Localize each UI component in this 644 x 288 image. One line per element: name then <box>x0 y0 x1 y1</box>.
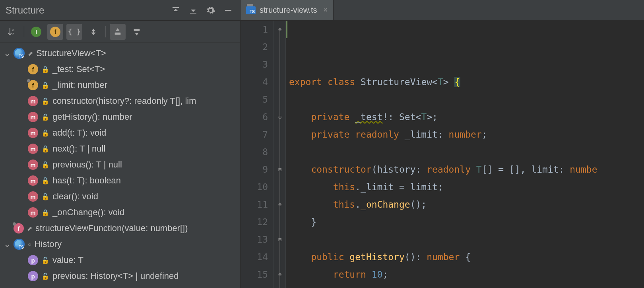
sort-alpha-button[interactable]: az <box>4 24 20 40</box>
code-line[interactable]: private readonly _limit: number; <box>289 126 644 143</box>
show-interfaces-toggle[interactable]: I <box>28 24 44 40</box>
method-icon: m <box>28 175 38 186</box>
fold-toggle-icon[interactable]: ⊖ <box>276 113 283 121</box>
code-line[interactable] <box>289 91 644 108</box>
tree-row[interactable]: m🔓next(): T | null <box>0 141 240 157</box>
tree-row[interactable]: f🔒_limit: number <box>0 77 240 93</box>
method-icon: m <box>28 160 38 170</box>
chevron-down-icon[interactable]: ⌄ <box>3 48 11 58</box>
toolbar-separator <box>24 26 24 37</box>
code-line[interactable]: public getHistory(): number { <box>289 248 644 266</box>
line-number[interactable]: 14 <box>241 248 268 266</box>
line-number[interactable]: 15 <box>241 266 268 283</box>
code-line[interactable] <box>289 143 644 161</box>
ts-class-icon: TS <box>14 48 25 59</box>
tree-row[interactable]: ⌄TS⬈StructureView<T> <box>0 45 240 61</box>
tree-row[interactable]: m🔓has(t: T): boolean <box>0 173 240 189</box>
tree-row[interactable]: m🔓add(t: T): void <box>0 125 240 141</box>
private-lock-icon: 🔒 <box>41 66 49 73</box>
field-icon: f <box>28 64 38 74</box>
line-number[interactable]: 3 <box>241 56 268 73</box>
public-unlock-icon: 🔓 <box>41 161 49 169</box>
fold-toggle-icon[interactable]: ⊖ <box>276 271 283 278</box>
tree-item-label: _limit: number <box>52 80 107 90</box>
line-number[interactable]: 11 <box>241 196 268 213</box>
code-line[interactable]: this._onChange(); <box>289 196 644 213</box>
function-icon: f <box>14 223 24 234</box>
line-number[interactable]: 5 <box>241 91 268 108</box>
fold-toggle-icon[interactable]: ⊖ <box>276 26 283 33</box>
fold-gutter[interactable]: ⊖⊖⊟⊖⊟⊖ <box>274 21 286 288</box>
fold-toggle-icon[interactable]: ⊟ <box>276 236 283 243</box>
code-line[interactable] <box>289 231 644 248</box>
show-fields-toggle[interactable]: f <box>47 24 63 40</box>
tree-row[interactable]: p🔓previous: History<T> | undefined <box>0 268 240 284</box>
public-unlock-icon: 🔓 <box>41 129 49 137</box>
code-text[interactable]: export class StructureView<T> { private … <box>286 21 644 288</box>
line-number[interactable]: 10 <box>241 178 268 196</box>
line-number[interactable]: 2 <box>241 38 268 56</box>
panel-title: Structure <box>6 5 168 16</box>
structure-panel: Structure az I f { } <box>0 0 241 288</box>
code-line[interactable]: return 10; <box>289 266 644 283</box>
svg-rect-3 <box>115 32 121 35</box>
vcs-margin <box>286 21 287 38</box>
code-line[interactable]: export class StructureView<T> { <box>289 73 644 91</box>
line-number[interactable]: 13 <box>241 231 268 248</box>
tree-item-label: History <box>34 239 61 249</box>
chevron-spacer <box>3 223 11 234</box>
tree-item-label: next(): T | null <box>52 144 105 154</box>
fold-toggle-icon[interactable]: ⊖ <box>276 201 283 208</box>
code-line[interactable]: this._limit = limit; <box>289 178 644 196</box>
tree-item-label: getHistory(): number <box>52 112 132 122</box>
line-number[interactable]: 4 <box>241 73 268 91</box>
autoscroll-from-source-toggle[interactable] <box>129 24 145 40</box>
tab-filename: structure-view.ts <box>260 6 317 15</box>
tree-row[interactable]: m🔓getHistory(): number <box>0 109 240 125</box>
editor-tab[interactable]: TS structure-view.ts × <box>241 0 334 20</box>
fold-guide-line <box>279 29 280 288</box>
tree-row[interactable]: m🔓clear(): void <box>0 189 240 204</box>
minimize-icon[interactable] <box>220 2 236 18</box>
code-editor: TS structure-view.ts × 12345678910111213… <box>241 0 644 288</box>
line-number[interactable]: 8 <box>241 143 268 161</box>
tree-row[interactable]: f⬈structureViewFunction(value: number[]) <box>0 220 240 236</box>
method-icon: m <box>28 128 38 138</box>
settings-gear-icon[interactable] <box>203 2 219 18</box>
tree-row[interactable]: m🔓constructor(history?: readonly T[], li… <box>0 93 240 109</box>
method-icon: m <box>28 191 38 202</box>
code-line[interactable]: } <box>289 213 644 231</box>
svg-text:a: a <box>12 28 14 32</box>
public-unlock-icon: 🔓 <box>41 177 49 185</box>
tree-row[interactable]: m🔒_onChange(): void <box>0 204 240 220</box>
structure-tree[interactable]: ⌄TS⬈StructureView<T>f🔒_test: Set<T>f🔒_li… <box>0 43 240 288</box>
line-number-gutter[interactable]: 123456789101112131415 <box>241 21 274 288</box>
line-number[interactable]: 6 <box>241 108 268 126</box>
tree-item-label: clear(): void <box>52 191 98 202</box>
inherited-members-toggle[interactable] <box>85 24 101 40</box>
code-line[interactable]: private _test!: Set<T>; <box>289 108 644 126</box>
line-number[interactable]: 7 <box>241 126 268 143</box>
expand-all-icon[interactable] <box>168 2 184 18</box>
autoscroll-to-source-toggle[interactable] <box>110 24 126 40</box>
code-line[interactable]: constructor(history: readonly T[] = [], … <box>289 161 644 178</box>
line-number[interactable]: 12 <box>241 213 268 231</box>
code-line[interactable]: } <box>289 283 644 288</box>
collapse-all-icon[interactable] <box>185 2 201 18</box>
property-icon: p <box>28 255 38 265</box>
panel-header-actions <box>168 2 236 18</box>
chevron-down-icon[interactable]: ⌄ <box>3 239 11 249</box>
line-number[interactable]: 1 <box>241 21 268 38</box>
tree-row[interactable]: f🔒_test: Set<T> <box>0 61 240 77</box>
show-anonymous-toggle[interactable]: { } <box>66 24 82 40</box>
close-tab-icon[interactable]: × <box>323 6 328 14</box>
line-number[interactable]: 9 <box>241 161 268 178</box>
private-lock-icon: 🔒 <box>41 209 49 216</box>
tree-row[interactable]: p🔓value: T <box>0 252 240 268</box>
tree-item-label: _test: Set<T> <box>52 64 105 74</box>
tree-item-label: constructor(history?: readonly T[], lim <box>52 96 196 106</box>
tree-row[interactable]: ⌄TS○History <box>0 236 240 252</box>
fold-toggle-icon[interactable]: ⊟ <box>276 166 283 173</box>
tree-item-label: add(t: T): void <box>52 128 106 138</box>
tree-row[interactable]: m🔓previous(): T | null <box>0 157 240 173</box>
